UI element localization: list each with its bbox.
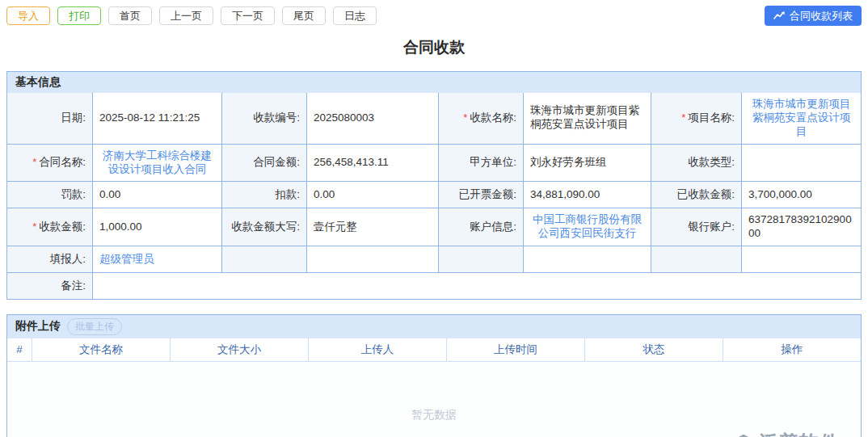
attachments-column-header: # xyxy=(7,338,32,361)
basic-info-grid: 日期:2025-08-12 11:21:25收款编号:2025080003*收款… xyxy=(7,93,861,299)
field-value: 34,881,090.00 xyxy=(523,181,651,208)
first-page-button[interactable]: 首页 xyxy=(108,6,152,25)
next-page-button[interactable]: 下一页 xyxy=(221,6,275,25)
receipt-list-button-label: 合同收款列表 xyxy=(790,9,853,23)
last-page-button[interactable]: 尾页 xyxy=(282,6,326,25)
field-label: 填报人: xyxy=(7,246,92,272)
field-value xyxy=(741,246,861,272)
field-value[interactable]: 珠海市城市更新项目紫桐苑安置点设计项目 xyxy=(741,93,861,144)
field-label: 合同金额: xyxy=(221,144,306,182)
required-asterisk: * xyxy=(463,111,467,124)
attachments-table-header: #文件名称文件大小上传人上传时间状态操作 xyxy=(7,338,861,361)
field-label xyxy=(651,246,741,272)
attachments-column-header: 文件名称 xyxy=(32,338,170,361)
field-label: 已开票金额: xyxy=(438,181,523,208)
import-button[interactable]: 导入 xyxy=(6,6,50,25)
field-value: 珠海市城市更新项目紫桐苑安置点设计项目 xyxy=(523,93,651,144)
field-label: 账户信息: xyxy=(438,208,523,246)
field-value[interactable]: 济南大学工科综合楼建设设计项目收入合同 xyxy=(92,144,221,182)
batch-upload-button[interactable]: 批量上传 xyxy=(67,318,122,334)
prev-page-button[interactable]: 上一页 xyxy=(159,6,213,25)
field-value-link[interactable]: 珠海市城市更新项目紫桐苑安置点设计项目 xyxy=(748,98,854,139)
field-label xyxy=(438,246,523,272)
attachments-column-header: 状态 xyxy=(584,338,723,361)
field-label: 收款类型: xyxy=(651,144,741,182)
field-label: *收款名称: xyxy=(438,93,523,144)
field-value xyxy=(306,246,438,272)
field-value-link[interactable]: 超级管理员 xyxy=(99,253,154,267)
print-button[interactable]: 打印 xyxy=(57,6,101,25)
field-label: 扣款: xyxy=(221,181,306,208)
field-value xyxy=(92,272,861,299)
field-label: 银行账户: xyxy=(651,208,741,246)
attachments-section: 附件上传 批量上传 #文件名称文件大小上传人上传时间状态操作 暂无数据 泛普软件… xyxy=(6,314,862,437)
attachments-column-header: 上传时间 xyxy=(446,338,584,361)
field-label: *收款金额: xyxy=(7,208,92,246)
trend-arrow-icon xyxy=(773,11,786,21)
vendor-brand: 泛普软件 xyxy=(759,433,840,437)
field-label: 收款金额大写: xyxy=(221,208,306,246)
field-label: *项目名称: xyxy=(651,93,741,144)
field-value: 2025080003 xyxy=(306,93,438,144)
page-title: 合同收款 xyxy=(0,26,868,71)
field-label: 备注: xyxy=(7,272,92,299)
empty-data-text: 暂无数据 xyxy=(7,408,861,422)
required-asterisk: * xyxy=(681,111,685,124)
field-value: 3,700,000.00 xyxy=(741,181,861,208)
field-value: 0.00 xyxy=(92,181,221,208)
field-value: 刘永好劳务班组 xyxy=(523,144,651,182)
field-value: 2025-08-12 11:21:25 xyxy=(92,93,221,144)
field-label: 罚款: xyxy=(7,181,92,208)
basic-info-title: 基本信息 xyxy=(15,75,61,90)
attachments-column-header: 上传人 xyxy=(308,338,446,361)
required-asterisk: * xyxy=(32,221,36,233)
log-button[interactable]: 日志 xyxy=(333,6,377,25)
basic-info-section: 基本信息 日期:2025-08-12 11:21:25收款编号:20250800… xyxy=(6,71,862,300)
field-value xyxy=(523,246,651,272)
field-label: *合同名称: xyxy=(7,144,92,182)
field-label: 收款编号: xyxy=(221,93,306,144)
field-value: 256,458,413.11 xyxy=(306,144,438,182)
field-value[interactable]: 超级管理员 xyxy=(92,246,221,272)
vendor-watermark: 泛普软件 www.fanpusoft.com xyxy=(730,433,857,437)
field-value[interactable]: 中国工商银行股份有限公司西安回民街支行 xyxy=(523,208,651,246)
toolbar: 导入 打印 首页 上一页 下一页 尾页 日志 合同收款列表 xyxy=(0,0,868,26)
field-value-link[interactable]: 中国工商银行股份有限公司西安回民街支行 xyxy=(530,213,644,241)
receipt-list-button[interactable]: 合同收款列表 xyxy=(765,6,862,26)
field-value: 6372817839210290000 xyxy=(741,208,861,246)
field-label: 已收款金额: xyxy=(651,181,741,208)
vendor-logo-icon xyxy=(730,435,757,437)
vendor-watermark-text: 泛普软件 www.fanpusoft.com xyxy=(759,433,857,437)
attachments-column-header: 文件大小 xyxy=(170,338,308,361)
basic-info-section-header: 基本信息 xyxy=(7,72,861,93)
required-asterisk: * xyxy=(32,156,36,169)
attachments-title: 附件上传 xyxy=(15,319,61,334)
field-value xyxy=(741,144,861,182)
attachments-table-body: 暂无数据 泛普软件 www.fanpusoft.com xyxy=(7,361,861,437)
attachments-section-header: 附件上传 批量上传 xyxy=(7,315,861,338)
field-value-link[interactable]: 济南大学工科综合楼建设设计项目收入合同 xyxy=(99,149,215,177)
attachments-column-header: 操作 xyxy=(723,338,861,361)
field-label: 甲方单位: xyxy=(438,144,523,182)
field-value: 壹仟元整 xyxy=(306,208,438,246)
field-label xyxy=(221,246,306,272)
field-label: 日期: xyxy=(7,93,92,144)
field-value: 1,000.00 xyxy=(92,208,221,246)
field-value: 0.00 xyxy=(306,181,438,208)
